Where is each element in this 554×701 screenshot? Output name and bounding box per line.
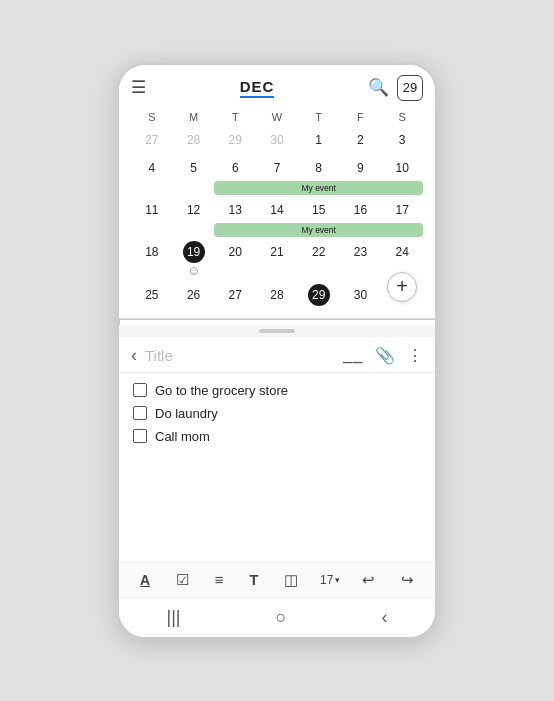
cal-day-30a[interactable]: 30: [256, 127, 298, 153]
cal-day-12[interactable]: 12: [173, 197, 215, 223]
calendar-badge[interactable]: 29: [397, 75, 423, 101]
cal-day-9[interactable]: 9: [340, 155, 382, 181]
cal-day-15[interactable]: 15: [298, 197, 340, 223]
cal-day-26[interactable]: 26: [173, 282, 215, 308]
cal-day-2[interactable]: 2: [340, 127, 382, 153]
cal-day-14[interactable]: 14: [256, 197, 298, 223]
cal-day-4[interactable]: 4: [131, 155, 173, 181]
cal-day-3[interactable]: 3: [381, 127, 423, 153]
handle-bar: [259, 329, 295, 333]
nav-home[interactable]: ○: [264, 605, 299, 630]
list-item-text-1: Go to the grocery store: [155, 383, 288, 398]
phone-frame: ☰ DEC 🔍 29 S M T W T F S 27 28 29: [117, 63, 437, 639]
cal-day-16[interactable]: 16: [340, 197, 382, 223]
event-bar-week2: My event: [214, 181, 423, 195]
calendar-week-5: 25 26 27 28 29 30 +: [131, 282, 423, 308]
cal-day-13[interactable]: 13: [214, 197, 256, 223]
calendar-week-1: 27 28 29 30 1 2 3: [131, 127, 423, 153]
cal-day-28a[interactable]: 28: [173, 127, 215, 153]
menu-icon[interactable]: ☰: [131, 77, 146, 98]
note-title-placeholder[interactable]: Title: [145, 347, 335, 364]
table-icon[interactable]: ⎯⎯: [343, 346, 363, 364]
day-label-w: W: [256, 111, 298, 125]
event-bar-week3-row: My event: [131, 223, 423, 237]
cal-day-8[interactable]: 8: [298, 155, 340, 181]
cal-day-5[interactable]: 5: [173, 155, 215, 181]
divider-handle[interactable]: [119, 325, 435, 337]
cal-day-25[interactable]: 25: [131, 282, 173, 308]
calendar-day-labels: S M T W T F S: [131, 111, 423, 125]
table-toolbar-icon[interactable]: ◫: [280, 569, 302, 591]
checkbox-3[interactable]: [133, 429, 147, 443]
calendar-week-4: 18 19 ☺ 20 21 22 23 24: [131, 239, 423, 280]
text-style-icon[interactable]: T: [245, 569, 262, 590]
smiley-icon: ☺: [187, 263, 200, 278]
day-label-f: F: [340, 111, 382, 125]
list-item-text-2: Do laundry: [155, 406, 218, 421]
list-item-text-3: Call mom: [155, 429, 210, 444]
nav-recent-apps[interactable]: |||: [155, 605, 193, 630]
day-label-t1: T: [214, 111, 256, 125]
calendar-week-3: 11 12 13 14 15 16 17: [131, 197, 423, 223]
event-label-week3: My event: [214, 223, 423, 237]
cal-day-10[interactable]: 10: [381, 155, 423, 181]
cal-day-27a[interactable]: 27: [131, 127, 173, 153]
day-label-s1: S: [131, 111, 173, 125]
cal-day-22[interactable]: 22: [298, 239, 340, 280]
cal-day-19[interactable]: 19 ☺: [173, 239, 215, 280]
note-toolbar: A ☑ ≡ T ◫ 17 ▾ ↩ ↪: [119, 562, 435, 597]
list-icon[interactable]: ≡: [211, 569, 228, 590]
calendar-grid: S M T W T F S 27 28 29 30 1 2 3 4 5: [131, 111, 423, 308]
calendar-section: ☰ DEC 🔍 29 S M T W T F S 27 28 29: [119, 65, 435, 319]
cal-day-27b[interactable]: 27: [214, 282, 256, 308]
cal-day-7[interactable]: 7: [256, 155, 298, 181]
back-button[interactable]: ‹: [131, 345, 137, 366]
list-item: Go to the grocery store: [133, 383, 421, 398]
calendar-title: DEC: [240, 78, 275, 98]
redo-icon[interactable]: ↪: [397, 569, 418, 591]
note-section: ‹ Title ⎯⎯ 📎 ⋮ Go to the grocery store D…: [119, 337, 435, 597]
format-text-icon[interactable]: A: [136, 570, 154, 590]
search-icon[interactable]: 🔍: [368, 77, 389, 98]
cal-day-18[interactable]: 18: [131, 239, 173, 280]
attach-icon[interactable]: 📎: [375, 346, 395, 365]
font-size-button[interactable]: 17 ▾: [320, 573, 340, 587]
calendar-header-icons: 🔍 29: [368, 75, 423, 101]
dropdown-arrow-icon: ▾: [335, 575, 340, 585]
day-label-s2: S: [381, 111, 423, 125]
cal-day-30[interactable]: 30: [340, 282, 382, 308]
navigation-bar: ||| ○ ‹: [119, 597, 435, 637]
list-item: Do laundry: [133, 406, 421, 421]
cal-day-17[interactable]: 17: [381, 197, 423, 223]
font-size-value: 17: [320, 573, 333, 587]
nav-back[interactable]: ‹: [369, 605, 399, 630]
cal-day-1[interactable]: 1: [298, 127, 340, 153]
cal-day-20[interactable]: 20: [214, 239, 256, 280]
cal-day-29[interactable]: 29: [298, 282, 340, 308]
connector-line: [119, 319, 435, 325]
note-body: Go to the grocery store Do laundry Call …: [119, 373, 435, 562]
cal-day-29a[interactable]: 29: [214, 127, 256, 153]
undo-icon[interactable]: ↩: [358, 569, 379, 591]
checkbox-1[interactable]: [133, 383, 147, 397]
more-icon[interactable]: ⋮: [407, 346, 423, 365]
list-item: Call mom: [133, 429, 421, 444]
event-bar-week3: My event: [214, 223, 423, 237]
calendar-week-2: 4 5 6 7 8 9 10: [131, 155, 423, 181]
note-header-icons: ⎯⎯ 📎 ⋮: [343, 346, 423, 365]
event-bar-week2-row: My event: [131, 181, 423, 195]
cal-day-28b[interactable]: 28: [256, 282, 298, 308]
day-label-t2: T: [298, 111, 340, 125]
note-header: ‹ Title ⎯⎯ 📎 ⋮: [119, 337, 435, 373]
cal-day-6[interactable]: 6: [214, 155, 256, 181]
calendar-header: ☰ DEC 🔍 29: [131, 75, 423, 101]
cal-day-11[interactable]: 11: [131, 197, 173, 223]
checklist-icon[interactable]: ☑: [172, 569, 193, 591]
cal-day-23[interactable]: 23: [340, 239, 382, 280]
event-label-week2: My event: [214, 181, 423, 195]
checkbox-2[interactable]: [133, 406, 147, 420]
cal-day-21[interactable]: 21: [256, 239, 298, 280]
add-event-button[interactable]: +: [387, 272, 417, 302]
day-label-m: M: [173, 111, 215, 125]
